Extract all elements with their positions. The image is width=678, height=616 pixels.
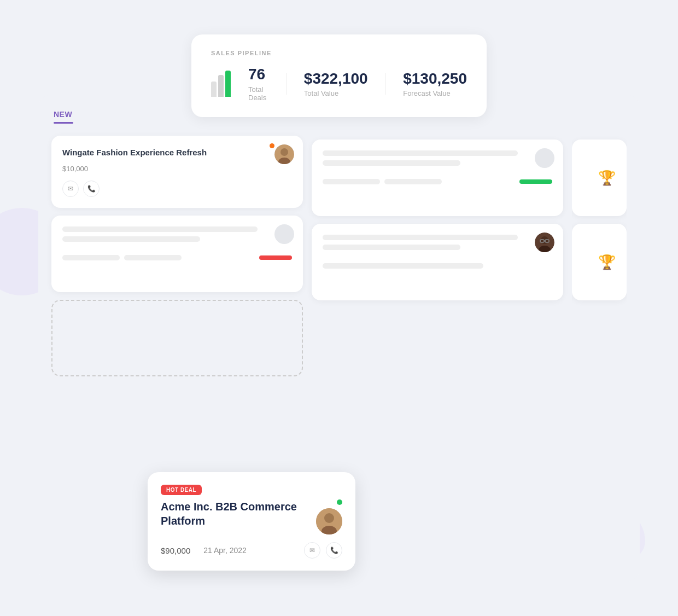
hot-deal-footer: $90,000 21 Apr, 2022 ✉ 📞 <box>161 542 342 559</box>
total-value-value: $322,100 <box>304 71 368 88</box>
placeholder-line-9 <box>323 235 518 240</box>
hot-deal-phone-button[interactable]: 📞 <box>326 542 342 559</box>
deal-card-trophy-1: 🏆 <box>572 140 627 216</box>
deal-amount-wingate: $10,000 <box>62 165 292 173</box>
deal-card-trophy-2: 🏆 <box>572 224 627 300</box>
phone-button-wingate[interactable]: 📞 <box>83 181 100 197</box>
pipeline-card: SALES PIPELINE 76 Total Deals $322,100 T… <box>191 34 487 117</box>
hot-deal-email-button[interactable]: ✉ <box>304 542 320 559</box>
forecast-value-value: $130,250 <box>403 71 467 88</box>
deal-card-placeholder-1 <box>51 216 303 292</box>
hot-deal-badge-wrapper: HOT DEAL Acme Inc. B2B Commerce Platform <box>161 484 316 528</box>
svg-point-4 <box>541 236 548 244</box>
total-deals-label: Total Deals <box>248 85 268 102</box>
deal-avatar-woman <box>535 233 554 252</box>
placeholder-line-10 <box>323 245 460 250</box>
deal-dot-orange <box>270 143 274 148</box>
hot-deal-actions: ✉ 📞 <box>304 542 342 559</box>
placeholder-line-1 <box>62 226 258 232</box>
deal-card-wingate[interactable]: Wingate Fashion Experience Refresh $10,0… <box>51 136 303 208</box>
avatar-placeholder-2 <box>535 148 554 168</box>
main-container: SALES PIPELINE 76 Total Deals $322,100 T… <box>38 34 640 582</box>
stat-forecast-value: $130,250 Forecast Value <box>403 71 467 98</box>
placeholder-line-4 <box>124 255 182 260</box>
deal-avatar-wingate <box>274 144 294 164</box>
stat-total-deals: 76 Total Deals <box>248 66 268 102</box>
placeholder-line-3 <box>62 255 120 260</box>
placeholder-line-11 <box>323 263 483 269</box>
bar-3 <box>225 71 231 97</box>
avatar-placeholder-1 <box>274 224 294 244</box>
column-header-3 <box>572 110 627 132</box>
status-red <box>259 255 292 260</box>
hot-deal-header: HOT DEAL Acme Inc. B2B Commerce Platform <box>161 484 342 534</box>
hot-deal-dot <box>337 499 342 505</box>
trophy-icon-1: 🏆 <box>598 170 616 187</box>
placeholder-line-2 <box>62 236 200 242</box>
deal-title-wingate: Wingate Fashion Experience Refresh <box>62 147 292 158</box>
kanban-column-3: 🏆 🏆 <box>572 110 627 566</box>
stat-total-value: $322,100 Total Value <box>304 71 368 98</box>
total-deals-value: 76 <box>248 66 268 83</box>
placeholder-line-5 <box>323 150 518 156</box>
svg-point-10 <box>324 513 334 523</box>
deal-card-placeholder-3 <box>312 224 563 300</box>
stat-divider-2 <box>385 73 386 95</box>
deal-card-placeholder-2 <box>312 140 563 216</box>
trophy-icon-2: 🏆 <box>598 254 616 271</box>
placeholder-line-7 <box>323 179 380 184</box>
hot-deal-amount: $90,000 <box>161 546 190 555</box>
placeholder-line-8 <box>384 179 442 184</box>
column-title-underline <box>54 122 73 124</box>
bar-1 <box>211 82 217 97</box>
hot-deal-title: Acme Inc. B2B Commerce Platform <box>161 499 316 528</box>
hot-deal-avatar <box>316 508 342 534</box>
hot-deal-date: 21 Apr, 2022 <box>203 546 247 555</box>
placeholder-line-6 <box>323 160 460 166</box>
pipeline-stats: 76 Total Deals $322,100 Total Value $130… <box>211 66 467 102</box>
total-value-label: Total Value <box>304 89 368 97</box>
email-button-wingate[interactable]: ✉ <box>62 181 79 197</box>
forecast-value-label: Forecast Value <box>403 89 467 97</box>
chart-icon <box>211 71 231 97</box>
svg-point-1 <box>280 148 288 156</box>
status-green <box>519 179 552 184</box>
hot-deal-card[interactable]: HOT DEAL Acme Inc. B2B Commerce Platform… <box>148 472 355 571</box>
deal-actions-wingate: ✉ 📞 <box>62 181 292 197</box>
bar-2 <box>218 75 224 97</box>
pipeline-title: SALES PIPELINE <box>211 50 467 56</box>
stat-divider-1 <box>286 73 287 95</box>
hot-deal-badge: HOT DEAL <box>161 485 202 495</box>
deal-card-dashed[interactable] <box>51 300 303 376</box>
